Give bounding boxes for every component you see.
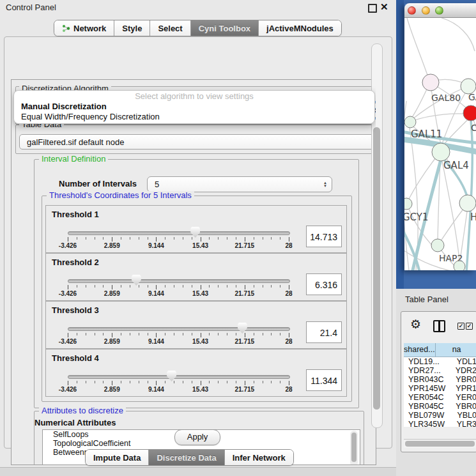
tick-mark <box>263 285 263 288</box>
tick-mark <box>254 237 254 240</box>
threshold-slider-track[interactable] <box>68 279 290 283</box>
tick-mark <box>139 381 139 383</box>
column-header-shared-name[interactable]: shared... <box>404 343 436 357</box>
threshold-panel-3: Threshold 3-3.4262.8599.14415.4321.71528… <box>45 301 347 349</box>
table-row[interactable]: YBL079WYBL0 <box>404 411 476 420</box>
tick-mark <box>68 285 68 289</box>
tick-mark <box>130 237 130 240</box>
threshold-slider-thumb[interactable] <box>238 323 247 334</box>
threshold-value-field[interactable]: 6.316 <box>306 273 342 295</box>
threshold-value-field[interactable]: 21.4 <box>306 321 342 343</box>
tick-mark <box>112 237 112 242</box>
threshold-slider-track[interactable] <box>68 231 290 235</box>
cell-shared-name: YBR045C <box>404 402 447 411</box>
table-row[interactable]: YBR045CYBR0 <box>404 402 476 411</box>
tick-mark <box>254 381 254 383</box>
attributes-scrollbar[interactable] <box>350 431 358 465</box>
tick-mark <box>86 285 86 288</box>
network-node-gal11[interactable] <box>404 116 416 128</box>
tick-label: 15.43 <box>181 242 220 249</box>
table-horizontal-scrollbar-thumb[interactable] <box>405 441 475 447</box>
threshold-slider-track[interactable] <box>68 375 290 379</box>
apply-button[interactable]: Apply <box>174 429 220 445</box>
checkbox-icon[interactable]: ✓ <box>466 323 473 330</box>
tick-mark <box>77 333 77 335</box>
tick-mark <box>201 333 201 337</box>
attributes-scrollbar-thumb[interactable] <box>351 433 357 462</box>
table-row[interactable]: YDR27...YDR2 <box>404 366 476 375</box>
table-row[interactable]: YDL19...YDL1 <box>404 357 476 366</box>
algorithm-prompt-item[interactable]: Select algorithm to view settings <box>14 91 374 102</box>
table-row[interactable]: YPR145WYPR1 <box>404 384 476 393</box>
network-node-gcy1[interactable] <box>404 198 412 210</box>
network-node-hap2[interactable] <box>431 239 444 252</box>
cyni-scroll-viewport: Discretization Algorithm ▲▼ Select algor… <box>11 79 376 465</box>
tick-mark <box>218 381 219 383</box>
threshold-slider-thumb[interactable] <box>132 275 141 286</box>
tick-mark <box>227 237 227 240</box>
network-node-gal80[interactable] <box>422 74 439 91</box>
tab-jactivemnodules[interactable]: jActiveMNodules <box>259 20 341 36</box>
threshold-slider-thumb[interactable] <box>190 227 200 238</box>
tick-mark <box>192 381 192 383</box>
tab-discretize-data[interactable]: Discretize Data <box>149 450 224 465</box>
tick-mark <box>280 381 280 383</box>
algorithm-option-equal-width[interactable]: Equal Width/Frequency Discretization <box>14 112 374 122</box>
table-panel-title: Table Panel <box>405 295 449 304</box>
close-icon[interactable]: ✕ <box>380 1 388 13</box>
tick-mark <box>271 237 272 240</box>
tick-label: 15.43 <box>181 338 220 345</box>
tick-label: 9.144 <box>137 290 175 297</box>
tick-mark <box>289 237 289 242</box>
cell-shared-name: YLR345W <box>404 420 448 427</box>
tab-network[interactable]: Network <box>54 20 114 36</box>
threshold-slider-track[interactable] <box>68 327 290 331</box>
tick-mark <box>103 237 104 240</box>
network-node[interactable] <box>454 261 465 270</box>
tick-mark <box>209 285 210 288</box>
table-horizontal-scrollbar[interactable] <box>404 439 476 448</box>
tick-mark <box>95 333 95 335</box>
cyni-panel-scrollbar-thumb[interactable] <box>373 127 380 410</box>
tab-label: Network <box>73 24 106 33</box>
tab-select[interactable]: Select <box>150 20 190 36</box>
tick-mark <box>77 237 77 240</box>
tick-mark <box>271 285 272 288</box>
checkbox-icon[interactable]: ✓ <box>457 323 464 330</box>
tick-mark <box>263 237 263 240</box>
tick-mark <box>130 285 130 288</box>
table-data-combo[interactable]: galFiltered.sif default node ▲▼ <box>19 134 376 150</box>
tick-label: 2.859 <box>93 386 131 393</box>
control-panel-window: Control Panel ✕ NetworkStyleSelectCyni T… <box>0 0 396 476</box>
network-node-h[interactable] <box>459 195 476 211</box>
column-layout-icon[interactable] <box>433 320 445 332</box>
algorithm-option-manual[interactable]: Manual Discretization <box>14 102 374 112</box>
threshold-slider-thumb[interactable] <box>167 371 176 381</box>
tab-infer-network[interactable]: Infer Network <box>225 450 293 465</box>
tick-mark <box>139 237 139 240</box>
tick-mark <box>148 333 148 335</box>
close-traffic-light-icon[interactable] <box>408 6 416 15</box>
tick-mark <box>201 285 201 289</box>
threshold-value-field[interactable]: 14.713 <box>306 226 342 247</box>
tab-style[interactable]: Style <box>114 20 150 36</box>
network-canvas[interactable]: GAL80GACGAL11GAL4GCY1HHAP2 <box>404 18 476 270</box>
minimize-traffic-light-icon[interactable] <box>422 6 430 15</box>
tick-label: 28 <box>270 386 308 393</box>
network-node-c[interactable] <box>463 105 476 121</box>
zoom-traffic-light-icon[interactable] <box>435 6 443 15</box>
table-row[interactable]: YBR043CYBR0 <box>404 375 476 384</box>
table-row[interactable]: YER054CYER0 <box>404 393 476 402</box>
table-row[interactable]: YLR345WYLR3 <box>404 420 476 427</box>
float-window-icon[interactable] <box>368 4 377 13</box>
tick-mark <box>236 285 236 288</box>
tick-mark <box>280 237 280 240</box>
network-node-gal4[interactable] <box>432 143 450 161</box>
tab-cyni-toolbox[interactable]: Cyni Toolbox <box>191 20 259 36</box>
threshold-value-field[interactable]: 11.344 <box>306 369 342 391</box>
tick-label: 21.715 <box>226 242 264 249</box>
column-header-name[interactable]: na <box>436 343 476 357</box>
tab-impute-data[interactable]: Impute Data <box>86 450 149 465</box>
gear-icon[interactable]: ⚙ <box>410 318 421 330</box>
threshold-panel-4: Threshold 4-3.4262.8599.14415.4321.71528… <box>45 349 347 397</box>
